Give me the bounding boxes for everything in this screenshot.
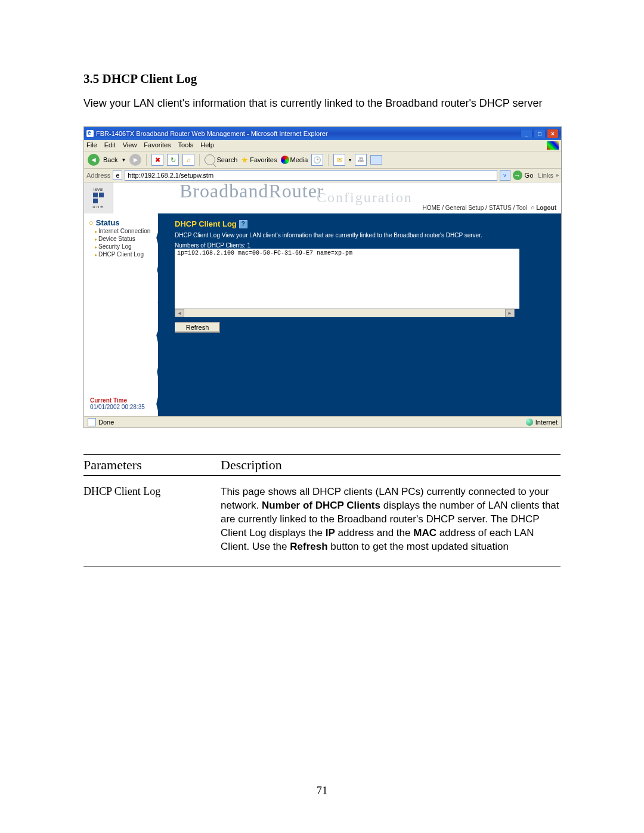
back-label[interactable]: Back bbox=[103, 156, 117, 163]
home-icon[interactable]: ⌂ bbox=[182, 154, 194, 166]
search-icon bbox=[205, 154, 215, 165]
crumb-tool[interactable]: Tool bbox=[516, 205, 527, 211]
triangle-icon: ▸ bbox=[95, 252, 97, 258]
dhcp-log-textarea[interactable]: ip=192.168.2.100 mac=00-50-FC-31-69-E7 n… bbox=[175, 249, 519, 309]
edit-icon[interactable] bbox=[370, 155, 382, 165]
current-time-value: 01/01/2002 00:28:35 bbox=[90, 404, 145, 410]
crumb-status[interactable]: STATUS bbox=[489, 205, 512, 211]
crumb-home[interactable]: HOME bbox=[422, 205, 440, 211]
back-button[interactable]: ◄ bbox=[88, 154, 100, 166]
window-title: FBR-1406TX Broadband Router Web Manageme… bbox=[96, 130, 328, 137]
refresh-icon[interactable]: ↻ bbox=[167, 154, 179, 166]
sidebar: ○Status ▸Internet Connection ▸Device Sta… bbox=[84, 213, 158, 416]
content-description: DHCP Client Log View your LAN client's i… bbox=[175, 232, 553, 239]
links-chevron-icon[interactable]: » bbox=[556, 172, 559, 178]
url-value: http://192.168.2.1/setupw.stm bbox=[128, 172, 213, 179]
param-name: DHCP Client Log bbox=[83, 485, 221, 554]
intro-text: View your LAN client's information that … bbox=[83, 97, 561, 110]
menu-edit[interactable]: Edit bbox=[104, 141, 116, 150]
media-button[interactable]: Media bbox=[281, 156, 308, 164]
sidebar-item-internet-connection[interactable]: ▸Internet Connection bbox=[84, 227, 158, 235]
sidebar-item-label: DHCP Client Log bbox=[98, 251, 144, 258]
log-scrollbar[interactable]: ◄ ► bbox=[175, 309, 515, 317]
mail-dropdown-icon[interactable]: ▾ bbox=[349, 157, 351, 163]
back-dropdown-icon[interactable]: ▼ bbox=[121, 157, 126, 163]
status-text: Done bbox=[98, 419, 114, 426]
current-time: Current Time 01/01/2002 00:28:35 bbox=[90, 397, 145, 410]
address-label: Address bbox=[86, 172, 110, 179]
separator bbox=[328, 154, 329, 166]
sidebar-item-device-status[interactable]: ▸Device Status bbox=[84, 235, 158, 243]
window-titlebar: FBR-1406TX Broadband Router Web Manageme… bbox=[84, 127, 561, 140]
mail-icon[interactable]: ✉ bbox=[333, 154, 345, 166]
menu-favorites[interactable]: Favorites bbox=[144, 141, 171, 150]
zone-label: Internet bbox=[535, 419, 558, 426]
scroll-right-icon[interactable]: ► bbox=[505, 309, 515, 317]
crumb-gensetup[interactable]: General Setup bbox=[445, 205, 484, 211]
triangle-icon: ▸ bbox=[95, 229, 97, 234]
menu-help[interactable]: Help bbox=[200, 141, 214, 150]
desc-bold: Number of DHCP Clients bbox=[262, 500, 380, 511]
search-label: Search bbox=[216, 156, 237, 163]
sidebar-wave-divider bbox=[158, 213, 166, 416]
clients-count-value: 1 bbox=[247, 242, 251, 249]
section-title: 3.5 DHCP Client Log bbox=[83, 72, 561, 86]
triangle-icon: ▸ bbox=[95, 237, 97, 242]
breadcrumb: HOME / General Setup / STATUS / Tool ○ L… bbox=[422, 204, 556, 211]
menu-tools[interactable]: Tools bbox=[178, 141, 194, 150]
minimize-button[interactable]: _ bbox=[521, 129, 532, 138]
go-button[interactable]: → bbox=[513, 171, 522, 180]
desc-bold: Refresh bbox=[290, 541, 327, 552]
history-icon[interactable]: 🕑 bbox=[311, 154, 323, 166]
print-icon[interactable]: 🖶 bbox=[355, 154, 367, 166]
param-description: This page shows all DHCP clients (LAN PC… bbox=[221, 485, 561, 554]
logout-link[interactable]: Logout bbox=[536, 205, 556, 211]
router-banner: level one BroadbandRouter Configuration … bbox=[84, 182, 561, 213]
clients-count-label: Numbers of DHCP Clients: bbox=[175, 242, 246, 249]
browser-screenshot: FBR-1406TX Broadband Router Web Manageme… bbox=[83, 126, 562, 428]
separator bbox=[146, 154, 147, 166]
favorites-label: Favorites bbox=[250, 156, 277, 163]
sidebar-item-dhcp-client-log[interactable]: ▸DHCP Client Log bbox=[84, 250, 158, 258]
sidebar-item-security-log[interactable]: ▸Security Log bbox=[84, 243, 158, 250]
separator bbox=[199, 154, 200, 166]
desc-text: address and the bbox=[335, 527, 413, 538]
done-icon bbox=[88, 418, 96, 426]
content-title: DHCP Client Log ? bbox=[175, 219, 553, 228]
content-title-text: DHCP Client Log bbox=[175, 219, 237, 228]
stop-icon[interactable]: ✖ bbox=[151, 154, 163, 166]
levelone-logo: level one bbox=[84, 182, 113, 213]
sidebar-header[interactable]: ○Status bbox=[84, 218, 158, 227]
menu-view[interactable]: View bbox=[123, 141, 137, 150]
links-label[interactable]: Links bbox=[538, 172, 553, 179]
go-label[interactable]: Go bbox=[525, 172, 534, 179]
favorites-button[interactable]: ★ Favorites bbox=[241, 155, 277, 165]
parameters-table: Parameters Description DHCP Client Log T… bbox=[83, 454, 561, 566]
menu-file[interactable]: File bbox=[86, 141, 97, 150]
sidebar-item-label: Device Status bbox=[98, 236, 135, 242]
table-header-parameters: Parameters bbox=[83, 457, 221, 473]
maximize-button[interactable]: □ bbox=[534, 129, 546, 138]
refresh-button[interactable]: Refresh bbox=[175, 322, 220, 333]
page-number: 71 bbox=[0, 784, 644, 797]
search-button[interactable]: Search bbox=[205, 154, 237, 165]
ie-icon bbox=[86, 130, 94, 137]
logo-top-text: level bbox=[94, 187, 103, 192]
clients-count-row: Numbers of DHCP Clients: 1 bbox=[175, 242, 553, 249]
sidebar-item-label: Internet Connection bbox=[98, 228, 150, 234]
media-label: Media bbox=[290, 156, 308, 163]
current-time-label: Current Time bbox=[90, 397, 145, 404]
forward-button[interactable]: ► bbox=[129, 154, 141, 166]
toolbar: ◄ Back ▼ ► ✖ ↻ ⌂ Search ★ Favorites Medi… bbox=[84, 151, 561, 169]
bullet-icon: ○ bbox=[89, 218, 94, 227]
help-icon[interactable]: ? bbox=[239, 220, 247, 228]
scroll-left-icon[interactable]: ◄ bbox=[175, 309, 184, 317]
url-dropdown-icon[interactable]: v bbox=[500, 170, 510, 181]
url-input[interactable]: http://192.168.2.1/setupw.stm bbox=[125, 170, 497, 181]
close-button[interactable]: × bbox=[547, 129, 559, 138]
triangle-icon: ▸ bbox=[95, 244, 97, 250]
log-line: ip=192.168.2.100 mac=00-50-FC-31-69-E7 n… bbox=[177, 250, 352, 256]
sidebar-item-label: Security Log bbox=[98, 243, 132, 250]
logo-bottom-text: one bbox=[92, 204, 104, 209]
sidebar-header-text: Status bbox=[96, 218, 120, 227]
